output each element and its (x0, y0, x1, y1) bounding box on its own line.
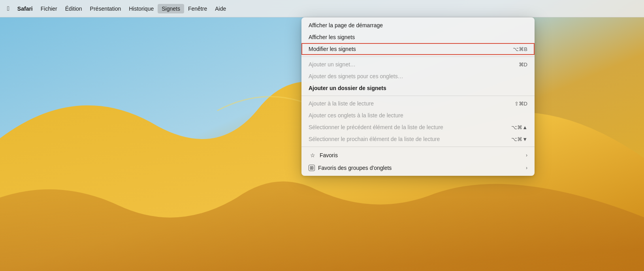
ajouter-onglets-lecture-item[interactable]: Ajouter ces onglets à la liste de lectur… (301, 109, 535, 121)
apple-menu-item[interactable]:  (3, 4, 13, 14)
ajouter-onglets-lecture-left: Ajouter ces onglets à la liste de lectur… (309, 112, 403, 119)
ajouter-signets-onglets-label: Ajouter des signets pour ces onglets… (309, 73, 403, 79)
afficher-signets-label: Afficher les signets (309, 34, 355, 40)
selectionner-precedent-left: Sélectionner le précédent élément de la … (309, 124, 443, 130)
selectionner-precedent-shortcut: ⌥⌘▲ (511, 124, 527, 130)
ajouter-lecture-left: Ajouter à la liste de lecture (309, 100, 374, 107)
ajouter-dossier-item[interactable]: Ajouter un dossier de signets (301, 82, 535, 94)
modifier-signets-item[interactable]: Modifier les signets ⌥⌘B (301, 43, 535, 55)
afficher-demarrage-label: Afficher la page de démarrage (309, 22, 383, 28)
fichier-menu-item[interactable]: Fichier (37, 4, 61, 13)
ajouter-signet-shortcut: ⌘D (519, 62, 527, 68)
favoris-left: ☆ Favoris (309, 151, 338, 159)
ajouter-signet-item[interactable]: Ajouter un signet… ⌘D (301, 58, 535, 70)
selectionner-prochain-item[interactable]: Sélectionner le prochain élément de la l… (301, 133, 535, 145)
ajouter-signet-left: Ajouter un signet… (309, 61, 356, 68)
ajouter-signet-label: Ajouter un signet… (309, 61, 356, 68)
selectionner-prochain-shortcut: ⌥⌘▼ (511, 136, 527, 142)
favoris-groupes-icon: ⊞ (309, 165, 315, 171)
selectionner-prochain-label: Sélectionner le prochain élément de la l… (309, 136, 440, 142)
favoris-item[interactable]: ☆ Favoris › (301, 149, 535, 162)
modifier-signets-left: Modifier les signets (309, 46, 356, 52)
favoris-label: Favoris (320, 152, 338, 158)
afficher-signets-item[interactable]: Afficher les signets (301, 31, 535, 43)
afficher-demarrage-item[interactable]: Afficher la page de démarrage (301, 19, 535, 31)
edition-menu-item[interactable]: Édition (61, 4, 86, 13)
favoris-groupes-arrow-icon: › (526, 165, 527, 171)
ajouter-lecture-item[interactable]: Ajouter à la liste de lecture ⇧⌘D (301, 98, 535, 109)
menubar:  Safari Fichier Édition Présentation Hi… (0, 0, 644, 17)
separator-1 (301, 56, 535, 57)
favoris-groupes-left: ⊞ Favoris des groupes d'onglets (309, 165, 392, 171)
ajouter-signets-onglets-item[interactable]: Ajouter des signets pour ces onglets… (301, 70, 535, 82)
separator-2 (301, 96, 535, 96)
ajouter-lecture-label: Ajouter à la liste de lecture (309, 100, 374, 107)
favoris-star-icon: ☆ (309, 151, 316, 159)
separator-3 (301, 147, 535, 147)
historique-menu-item[interactable]: Historique (125, 4, 158, 13)
aide-menu-item[interactable]: Aide (211, 4, 230, 13)
ajouter-dossier-label: Ajouter un dossier de signets (309, 85, 386, 91)
ajouter-onglets-lecture-label: Ajouter ces onglets à la liste de lectur… (309, 112, 403, 119)
ajouter-signets-onglets-left: Ajouter des signets pour ces onglets… (309, 73, 403, 79)
signets-menu-item[interactable]: Signets (158, 4, 184, 13)
ajouter-lecture-shortcut: ⇧⌘D (514, 101, 527, 107)
selectionner-precedent-label: Sélectionner le précédent élément de la … (309, 124, 443, 130)
afficher-signets-left: Afficher les signets (309, 34, 355, 40)
afficher-demarrage-left: Afficher la page de démarrage (309, 22, 383, 28)
modifier-signets-shortcut: ⌥⌘B (513, 46, 527, 52)
favoris-groupes-label: Favoris des groupes d'onglets (318, 165, 392, 171)
fenetre-menu-item[interactable]: Fenêtre (184, 4, 211, 13)
ajouter-dossier-left: Ajouter un dossier de signets (309, 85, 386, 91)
favoris-arrow-icon: › (526, 152, 527, 158)
safari-menu-item[interactable]: Safari (13, 4, 37, 13)
signets-dropdown-menu: Afficher la page de démarrage Afficher l… (301, 17, 535, 176)
selectionner-precedent-item[interactable]: Sélectionner le précédent élément de la … (301, 121, 535, 133)
modifier-signets-label: Modifier les signets (309, 46, 356, 52)
favoris-groupes-item[interactable]: ⊞ Favoris des groupes d'onglets › (301, 162, 535, 174)
presentation-menu-item[interactable]: Présentation (86, 4, 125, 13)
selectionner-prochain-left: Sélectionner le prochain élément de la l… (309, 136, 440, 142)
